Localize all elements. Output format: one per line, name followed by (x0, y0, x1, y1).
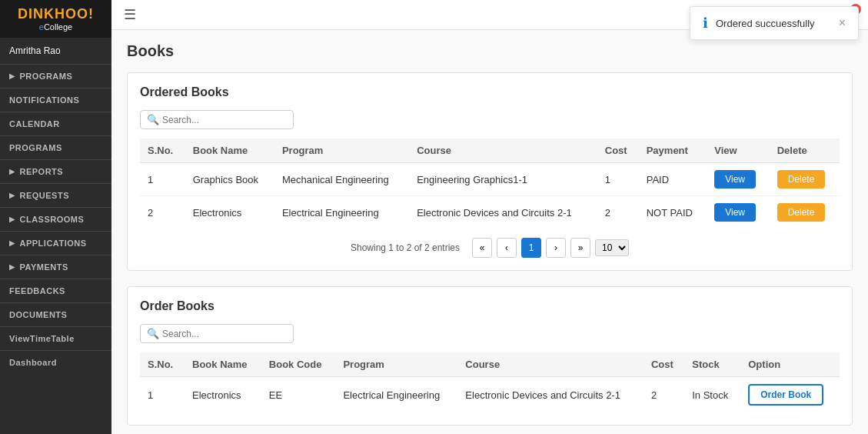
cell-book-code: EE (261, 377, 336, 413)
sidebar-item-classrooms[interactable]: ▶ CLASSROOMS (0, 208, 111, 231)
cell-sno: 1 (140, 163, 185, 196)
ordered-books-title: Ordered Books (140, 85, 840, 99)
logo-bottom: eCollege (6, 22, 105, 32)
col-payment: Payment (639, 139, 707, 163)
col-book-name: Book Name (185, 352, 261, 377)
cell-option: Order Book (740, 377, 840, 413)
col-sno: S.No. (140, 352, 185, 377)
cell-view: View (707, 196, 769, 229)
cell-view: View (707, 163, 769, 196)
pagination-info: Showing 1 to 2 of 2 entries (351, 242, 460, 253)
view-button[interactable]: View (714, 170, 756, 189)
delete-button[interactable]: Delete (777, 170, 826, 189)
view-button[interactable]: View (714, 203, 756, 222)
cell-book-name: Electronics (185, 377, 261, 413)
order-books-header-row: S.No. Book Name Book Code Program Course… (140, 352, 840, 377)
page-first-button[interactable]: « (472, 238, 492, 258)
col-program: Program (335, 352, 457, 377)
sidebar-item-label: NOTIFICATIONS (9, 95, 79, 105)
logo: DINKHOO! eCollege (0, 0, 111, 38)
cell-program: Mechanical Engineering (274, 163, 409, 196)
page-next-button[interactable]: › (546, 238, 566, 258)
ordered-books-section: Ordered Books 🔍 S.No. Book Name Program … (127, 72, 853, 271)
ordered-books-search-box[interactable]: 🔍 (140, 110, 294, 129)
cell-program: Electrical Engineering (274, 196, 409, 229)
cell-sno: 2 (140, 196, 185, 229)
sidebar-item-label: PAYMENTS (20, 262, 68, 272)
ordered-books-table: S.No. Book Name Program Course Cost Paym… (140, 139, 840, 229)
toast-close-button[interactable]: × (839, 16, 846, 30)
sidebar-item-label: FEEDBACKS (9, 286, 65, 295)
order-books-search-input[interactable] (162, 329, 287, 339)
sidebar-item-requests[interactable]: ▶ REQUESTS (0, 184, 111, 207)
sidebar-item-label: REQUESTS (20, 191, 70, 200)
col-book-code: Book Code (261, 352, 336, 377)
col-view: View (707, 139, 769, 163)
sidebar-item-label: CALENDAR (9, 119, 60, 129)
col-delete: Delete (770, 139, 840, 163)
ordered-books-header-row: S.No. Book Name Program Course Cost Paym… (140, 139, 840, 163)
logo-top: DINKHOO! (6, 6, 105, 22)
arrow-icon: ▶ (9, 239, 15, 247)
sidebar-item-payments[interactable]: ▶ PAYMENTS (0, 255, 111, 279)
arrow-icon: ▶ (9, 192, 15, 199)
sidebar-item-documents[interactable]: DOCUMENTS (0, 303, 111, 326)
delete-button[interactable]: Delete (777, 203, 826, 222)
hamburger-icon[interactable]: ☰ (124, 6, 136, 23)
pagination: Showing 1 to 2 of 2 entries « ‹ 1 › » 10… (140, 238, 840, 258)
sidebar: DINKHOO! eCollege Amritha Rao ▶ PROGRAMS… (0, 0, 111, 434)
sidebar-item-feedbacks[interactable]: FEEDBACKS (0, 279, 111, 302)
order-book-button[interactable]: Order Book (748, 384, 823, 406)
sidebar-item-label: CLASSROOMS (20, 215, 85, 224)
cell-course: Electronic Devices and Circuits 2-1 (409, 196, 597, 229)
sidebar-item-label: PROGRAMS (9, 143, 62, 152)
main-content: ☰ ✉ 9 ℹ Ordered succuessfully × Books Or… (111, 0, 868, 434)
sidebar-item-label: ViewTimeTable (9, 334, 75, 343)
arrow-icon: ▶ (9, 215, 15, 223)
arrow-icon: ▶ (9, 168, 15, 175)
cell-payment: NOT PAID (639, 196, 707, 229)
table-row: 1 Electronics EE Electrical Engineering … (140, 377, 840, 413)
toast-text: Ordered succuessfully (716, 18, 815, 29)
arrow-icon: ▶ (9, 263, 15, 271)
cell-course: Engineering Graphics1-1 (409, 163, 597, 196)
col-stock: Stock (684, 352, 740, 377)
search-icon: 🔍 (147, 328, 159, 339)
sidebar-item-notifications[interactable]: NOTIFICATIONS (0, 88, 111, 112)
col-cost: Cost (644, 352, 684, 377)
cell-delete: Delete (770, 163, 840, 196)
order-books-table: S.No. Book Name Book Code Program Course… (140, 352, 840, 412)
arrow-icon: ▶ (9, 72, 15, 80)
toast-info-icon: ℹ (703, 15, 708, 32)
sidebar-item-dashboard[interactable]: Dashboard (0, 351, 111, 374)
cell-stock: In Stock (684, 377, 740, 413)
sidebar-item-applications[interactable]: ▶ APPLICATIONS (0, 232, 111, 255)
cell-program: Electrical Engineering (335, 377, 457, 413)
col-program: Program (274, 139, 409, 163)
col-course: Course (457, 352, 644, 377)
sidebar-item-label: Dashboard (9, 358, 57, 367)
cell-payment: PAID (639, 163, 707, 196)
sidebar-item-calendar[interactable]: CALENDAR (0, 112, 111, 135)
cell-delete: Delete (770, 196, 840, 229)
search-icon: 🔍 (147, 114, 159, 125)
cell-cost: 2 (597, 196, 639, 229)
sidebar-item-programs[interactable]: PROGRAMS (0, 136, 111, 159)
sidebar-item-programs-top[interactable]: ▶ PROGRAMS (0, 65, 111, 88)
table-row: 1 Graphics Book Mechanical Engineering E… (140, 163, 840, 196)
cell-sno: 1 (140, 377, 185, 413)
ordered-books-search-input[interactable] (162, 115, 287, 125)
cell-course: Electronic Devices and Circuits 2-1 (457, 377, 644, 413)
sidebar-item-label: DOCUMENTS (9, 310, 67, 319)
page-current-button[interactable]: 1 (521, 238, 541, 258)
sidebar-item-viewtimetable[interactable]: ViewTimeTable (0, 327, 111, 350)
table-row: 2 Electronics Electrical Engineering Ele… (140, 196, 840, 229)
page-last-button[interactable]: » (570, 238, 590, 258)
order-books-search-box[interactable]: 🔍 (140, 324, 294, 343)
col-cost: Cost (597, 139, 639, 163)
sidebar-item-label: PROGRAMS (20, 72, 73, 81)
per-page-select[interactable]: 10 25 50 (595, 239, 629, 256)
sidebar-item-reports[interactable]: ▶ REPORTS (0, 160, 111, 183)
page-prev-button[interactable]: ‹ (497, 238, 517, 258)
col-option: Option (740, 352, 840, 377)
